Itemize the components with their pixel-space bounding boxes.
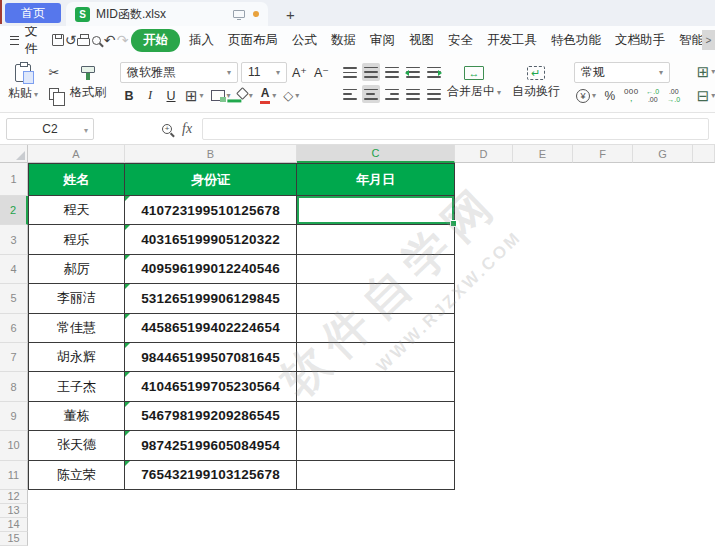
empty-cells-region[interactable] [455, 402, 715, 431]
cell-b5[interactable]: 531265199906129845 [125, 284, 297, 313]
format-painter-button[interactable]: 格式刷 [66, 64, 110, 103]
insert-function-button[interactable]: fx [182, 121, 192, 137]
export-button[interactable]: ↺ [64, 29, 77, 51]
font-color-button[interactable] [258, 87, 279, 105]
row-header-5[interactable]: 5 [0, 284, 28, 313]
percent-button[interactable] [601, 87, 619, 105]
empty-cells-region[interactable] [455, 284, 715, 313]
cell-b9[interactable]: 546798199209286545 [125, 402, 297, 431]
empty-cells-region[interactable] [455, 196, 715, 225]
currency-button[interactable] [574, 87, 598, 105]
cell-b4[interactable]: 409596199012240546 [125, 255, 297, 284]
cell-c11[interactable] [297, 461, 455, 490]
empty-cells-region[interactable] [455, 431, 715, 460]
tab-developer[interactable]: 开发工具 [480, 29, 544, 52]
comma-style-button[interactable] [622, 87, 641, 105]
home-button[interactable]: 首页 [5, 3, 61, 23]
distribute-button[interactable] [425, 85, 443, 103]
document-tab[interactable]: S MID函数.xlsx [66, 2, 268, 26]
increase-decimal-button[interactable] [644, 87, 662, 105]
cell-a7[interactable]: 胡永辉 [28, 343, 125, 372]
col-header-extra[interactable] [693, 145, 715, 163]
empty-cells-region[interactable] [28, 518, 715, 532]
tab-doc-assistant[interactable]: 文档助手 [608, 29, 672, 52]
col-header-c[interactable]: C [297, 145, 455, 163]
row-header-14[interactable]: 14 [0, 518, 28, 532]
cell-c6[interactable] [297, 314, 455, 343]
copy-button[interactable] [45, 85, 63, 103]
align-bottom-button[interactable] [383, 63, 401, 81]
cell-c8[interactable] [297, 372, 455, 401]
cell-b8[interactable]: 410465199705230564 [125, 372, 297, 401]
bold-button[interactable]: B [120, 87, 138, 105]
col-header-d[interactable]: D [455, 145, 513, 163]
cell-a9[interactable]: 董栋 [28, 402, 125, 431]
empty-cells-region[interactable] [28, 490, 715, 504]
cell-b7[interactable]: 984465199507081645 [125, 343, 297, 372]
row-header-8[interactable]: 8 [0, 372, 28, 401]
cell-a8[interactable]: 王子杰 [28, 372, 125, 401]
undo-button[interactable]: ↶ [103, 29, 116, 51]
justify-button[interactable] [404, 85, 422, 103]
cell-a2[interactable]: 程天 [28, 196, 125, 225]
wrap-text-button[interactable]: 自动换行 [508, 64, 564, 102]
insert-cells-button[interactable]: ⊞ [695, 62, 715, 80]
empty-cells-region[interactable] [28, 504, 715, 518]
redo-button[interactable]: ↷ [116, 29, 129, 51]
print-preview-button[interactable] [90, 29, 103, 51]
cell-c9[interactable] [297, 402, 455, 431]
row-header-6[interactable]: 6 [0, 314, 28, 343]
row-header-11[interactable]: 11 [0, 461, 28, 490]
name-box[interactable]: C2 [6, 118, 94, 140]
cell-b2[interactable]: 410723199510125678 [125, 196, 297, 225]
row-header-2[interactable]: 2 [0, 196, 28, 225]
increase-indent-button[interactable] [425, 63, 443, 81]
cell-c7[interactable] [297, 343, 455, 372]
cell-a5[interactable]: 李丽洁 [28, 284, 125, 313]
print-button[interactable] [77, 29, 90, 51]
tab-special-features[interactable]: 特色功能 [544, 29, 608, 52]
align-top-button[interactable] [341, 63, 359, 81]
col-header-f[interactable]: F [573, 145, 633, 163]
font-size-select[interactable]: 11 [241, 62, 287, 83]
tab-view[interactable]: 视图 [402, 29, 441, 52]
cell-c10[interactable] [297, 431, 455, 460]
file-menu-button[interactable]: 文件 [4, 26, 51, 54]
number-format-select[interactable]: 常规 [574, 62, 670, 83]
cell-c3[interactable] [297, 225, 455, 254]
eraser-button[interactable]: ◇ [281, 87, 301, 105]
row-header-13[interactable]: 13 [0, 504, 28, 518]
empty-cells-region[interactable] [455, 343, 715, 372]
tab-review[interactable]: 审阅 [363, 29, 402, 52]
cell-b1[interactable]: 身份证 [125, 163, 297, 196]
font-name-select[interactable]: 微软雅黑 [120, 62, 238, 83]
cell-a11[interactable]: 陈立荣 [28, 461, 125, 490]
decrease-decimal-button[interactable] [665, 87, 683, 105]
tab-insert[interactable]: 插入 [182, 29, 221, 52]
cell-a6[interactable]: 常佳慧 [28, 314, 125, 343]
select-all-corner[interactable] [0, 145, 28, 163]
paste-button[interactable]: 粘贴 [4, 62, 42, 104]
cell-c4[interactable] [297, 255, 455, 284]
tab-data[interactable]: 数据 [324, 29, 363, 52]
menu-overflow-button[interactable]: > [702, 30, 715, 50]
save-button[interactable] [51, 29, 64, 51]
underline-button[interactable]: U [162, 87, 180, 105]
row-header-7[interactable]: 7 [0, 343, 28, 372]
cell-b10[interactable]: 987425199605084954 [125, 431, 297, 460]
empty-cells-region[interactable] [455, 225, 715, 254]
row-header-12[interactable]: 12 [0, 490, 28, 504]
cell-c2-selected[interactable] [297, 196, 455, 225]
cell-b11[interactable]: 765432199103125678 [125, 461, 297, 490]
italic-button[interactable]: I [141, 87, 159, 105]
fill-color-button[interactable] [236, 87, 255, 105]
decrease-font-button[interactable]: A⁻ [312, 63, 331, 81]
format-table-button[interactable]: ⊟ [695, 86, 715, 104]
col-header-e[interactable]: E [513, 145, 573, 163]
screen-share-icon[interactable] [233, 10, 245, 18]
row-header-9[interactable]: 9 [0, 402, 28, 431]
new-tab-button[interactable]: + [286, 7, 295, 22]
align-middle-button[interactable] [362, 63, 380, 81]
empty-cells-region[interactable] [455, 314, 715, 343]
col-header-b[interactable]: B [125, 145, 297, 163]
